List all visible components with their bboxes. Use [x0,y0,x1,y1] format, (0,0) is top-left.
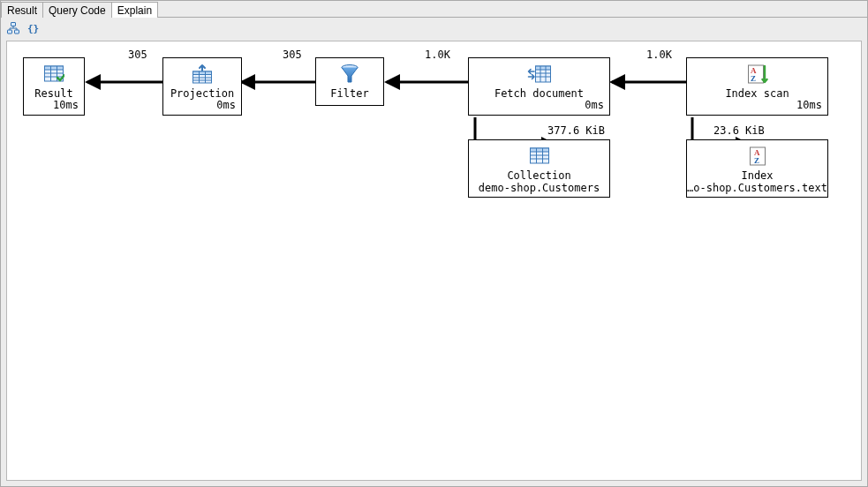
svg-text:Z: Z [754,156,759,165]
node-filter-label: Filter [330,88,368,100]
explain-canvas-wrap: 305 305 1.0K 1.0K 377.6 KiB 23.6 KiB [6,41,862,481]
toolbar: {} [1,18,867,37]
svg-text:{}: {} [27,23,39,34]
node-index[interactable]: A Z Index …o-shop.Customers.text [686,139,828,198]
edge-label-indexscan-index: 23.6 KiB [713,124,765,137]
az-sort-icon: A Z [749,146,766,167]
node-result-timing: 10ms [53,99,79,111]
node-index-scan-label: Index scan [725,88,789,100]
node-collection[interactable]: Collection demo-shop.Customers [468,139,610,198]
result-grid-icon [43,64,64,85]
svg-rect-13 [45,66,64,70]
svg-rect-19 [193,71,212,75]
tree-view-icon[interactable] [6,21,20,35]
fetch-document-icon [527,64,552,85]
edge-label-fetch-indexscan: 1.0K [646,49,672,61]
node-fetch-document-label: Fetch document [494,88,584,100]
index-scan-icon: A Z [747,64,768,85]
node-collection-label: Collection [507,170,570,182]
funnel-icon [339,64,360,85]
projection-icon [192,64,213,85]
explain-window: Result Query Code Explain {} [0,0,868,487]
tab-explain[interactable]: Explain [111,2,158,18]
svg-rect-5 [8,30,12,34]
node-index-scan[interactable]: A Z Index scan 10ms [686,57,828,116]
edge-label-fetch-collection: 377.6 KiB [547,124,605,137]
node-result[interactable]: Result 10ms [23,57,85,116]
edge-label-filter-fetch: 1.0K [425,49,450,61]
svg-text:Z: Z [751,74,756,83]
node-fetch-document-timing: 0ms [585,99,604,111]
edge-label-result-projection: 305 [128,49,147,61]
tab-row: Result Query Code Explain [1,1,867,18]
svg-rect-26 [535,66,550,70]
node-collection-sublabel: demo-shop.Customers [479,183,600,194]
node-filter[interactable]: Filter [315,57,384,106]
raw-json-icon[interactable]: {} [26,21,40,35]
node-fetch-document[interactable]: Fetch document 0ms [468,57,610,116]
tab-result[interactable]: Result [1,2,43,18]
node-projection-timing: 0ms [216,99,236,111]
edge-label-projection-filter: 305 [283,49,302,61]
node-index-label: Index [741,170,773,182]
node-index-scan-timing: 10ms [796,99,822,111]
tab-querycode[interactable]: Query Code [42,2,112,18]
table-icon [529,146,550,167]
node-projection[interactable]: Projection 0ms [162,57,242,116]
svg-rect-0 [11,23,16,26]
svg-rect-35 [530,148,548,152]
explain-canvas[interactable]: 305 305 1.0K 1.0K 377.6 KiB 23.6 KiB [7,41,861,480]
node-index-sublabel: …o-shop.Customers.text [687,183,827,194]
svg-rect-6 [15,30,19,34]
